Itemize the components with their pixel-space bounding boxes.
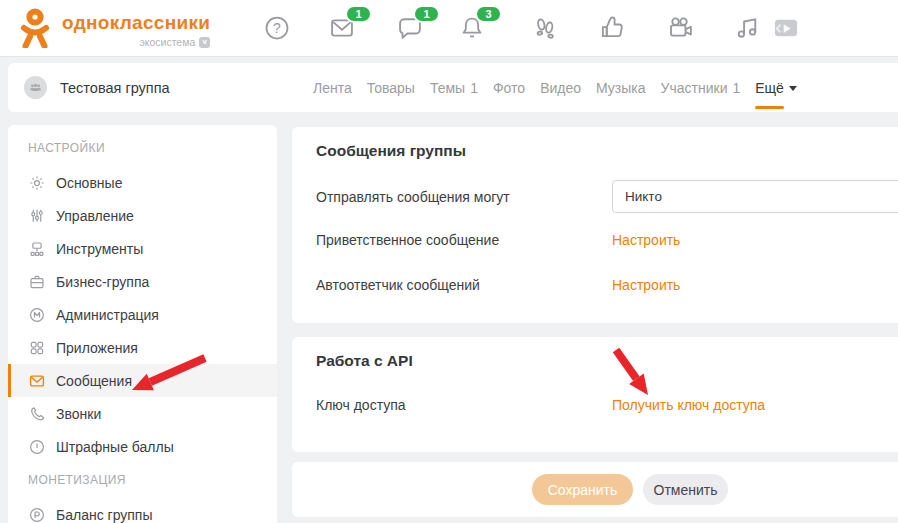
messages-card-title: Сообщения группы [292,127,898,161]
tab-lenta[interactable]: Лента [313,80,352,96]
tab-uchastniki-count: 1 [732,80,740,96]
tab-muzyka[interactable]: Музыка [596,80,646,96]
video-icon[interactable] [666,14,694,42]
logo-title: одноклассники [62,11,210,35]
logo-text: одноклассники экосистема v [62,8,210,48]
group-header: Тестовая группа Лента Товары Темы1 Фото … [8,63,898,112]
settings-sidebar: НАСТРОЙКИ Основные Управление Инструмент… [8,125,277,523]
coin-icon [28,506,46,523]
autoresponder-configure-link[interactable]: Настроить [612,277,680,293]
sidebar-item-osnovnye[interactable]: Основные [8,166,277,199]
ok-group-settings-page: одноклассники экосистема v ? 1 [0,0,898,523]
briefcase-icon [28,273,46,291]
notifications-icon[interactable]: 3 [458,14,486,42]
ok-logo[interactable]: одноклассники экосистема v [16,8,210,48]
phone-icon [28,405,46,423]
sidebar-item-shtrafnye-bally[interactable]: Штрафные баллы [8,430,277,463]
reactions-icon[interactable] [598,14,626,42]
sidebar-item-zvonki[interactable]: Звонки [8,397,277,430]
sliders-icon [28,207,46,225]
discussions-badge: 1 [413,5,440,23]
autoresponder-row: Автоответчик сообщений Настроить [292,273,898,297]
topbar: одноклассники экосистема v ? 1 [0,0,898,57]
group-messages-card: Сообщения группы Отправлять сообщения мо… [292,127,898,323]
apps-grid-icon [28,339,46,357]
cancel-button[interactable]: Отменить [643,474,728,505]
welcome-message-label: Приветственное сообщение [316,232,612,248]
warning-circle-icon [28,438,46,456]
api-card: Работа с API Ключ доступа Получить ключ … [292,337,898,452]
group-tabs: Лента Товары Темы1 Фото Видео Музыка Уча… [313,63,797,112]
moderator-icon [28,306,46,324]
svg-text:?: ? [273,20,281,36]
access-key-label: Ключ доступа [316,397,612,413]
gear-icon [28,174,46,192]
group-avatar [24,76,47,99]
music-icon[interactable] [733,14,761,42]
send-permission-row: Отправлять сообщения могут Никто [292,180,898,213]
tab-tovary[interactable]: Товары [367,80,415,96]
group-title: Тестовая группа [60,80,170,96]
tab-uchastniki[interactable]: Участники1 [661,80,741,96]
tab-temy-count: 1 [470,80,478,96]
help-icon[interactable]: ? [263,14,291,42]
sidebar-item-prilozheniya[interactable]: Приложения [8,331,277,364]
sidebar-item-balans-gruppy[interactable]: Баланс группы [8,498,277,523]
actions-card: Сохранить Отменить [292,462,898,517]
welcome-message-row: Приветственное сообщение Настроить [292,228,898,252]
sidebar-item-label: Инструменты [56,241,143,257]
sidebar-item-biznes-gruppa[interactable]: Бизнес-группа [8,265,277,298]
sidebar-item-soobshcheniya[interactable]: Сообщения [8,364,277,397]
sidebar-item-instrumenty[interactable]: Инструменты [8,232,277,265]
sidebar-item-label: Основные [56,175,122,191]
chevron-down-icon [789,86,797,91]
group-identity[interactable]: Тестовая группа [24,63,170,112]
welcome-message-configure-link[interactable]: Настроить [612,232,680,248]
sidebar-item-label: Управление [56,208,134,224]
guests-icon[interactable] [531,14,559,42]
sidebar-item-label: Сообщения [56,373,132,389]
notifications-badge: 3 [475,5,502,23]
sidebar-item-label: Штрафные баллы [56,439,174,455]
sidebar-item-label: Бизнес-группа [56,274,149,290]
tools-icon [28,240,46,258]
sidebar-item-upravlenie[interactable]: Управление [8,199,277,232]
sidebar-item-administratsiya[interactable]: Администрация [8,298,277,331]
discussions-icon[interactable]: 1 [396,14,424,42]
tab-foto[interactable]: Фото [493,80,525,96]
ok-logo-icon [16,8,54,48]
autoresponder-label: Автоответчик сообщений [316,277,612,293]
save-button[interactable]: Сохранить [532,474,633,505]
logo-subtitle: экосистема [139,36,195,48]
send-permission-label: Отправлять сообщения могут [316,189,612,205]
sidebar-section-settings: НАСТРОЙКИ [8,125,277,166]
access-key-row: Ключ доступа Получить ключ доступа [292,393,898,417]
vk-badge-icon: v [199,37,210,48]
api-card-title: Работа с API [292,337,898,371]
send-permission-select[interactable]: Никто [612,180,898,213]
tab-more[interactable]: Ещё [755,80,797,96]
video-app-icon[interactable] [772,14,800,42]
tab-temy[interactable]: Темы1 [430,80,478,96]
sidebar-item-label: Администрация [56,307,159,323]
logo-subtitle-row: экосистема v [139,36,210,48]
sidebar-item-label: Приложения [56,340,138,356]
group-people-icon [28,80,43,95]
sidebar-item-label: Звонки [56,406,101,422]
messages-icon[interactable]: 1 [328,14,356,42]
sidebar-item-label: Баланс группы [56,507,153,523]
envelope-icon [28,372,46,390]
messages-badge: 1 [345,5,372,23]
sidebar-section-monetization: МОНЕТИЗАЦИЯ [8,463,277,498]
get-access-key-link[interactable]: Получить ключ доступа [612,397,765,413]
tab-video[interactable]: Видео [540,80,581,96]
